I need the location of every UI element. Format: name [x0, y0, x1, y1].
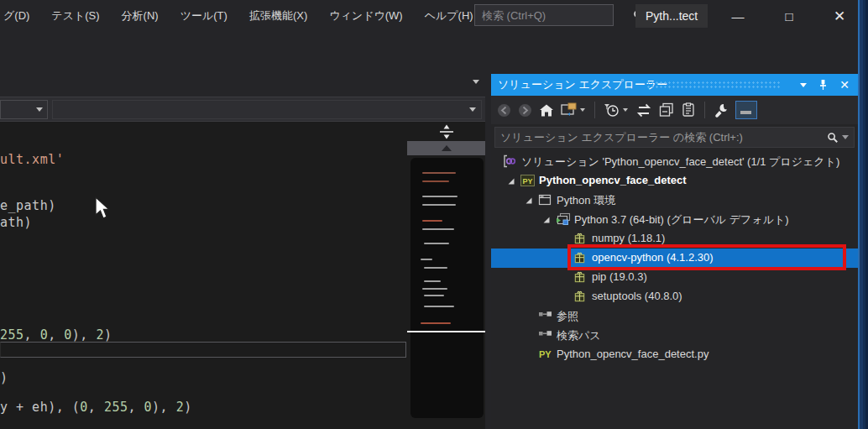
wrench-icon — [714, 102, 729, 118]
editor-navigation-bar — [0, 97, 485, 122]
scroll-position-indicator — [407, 331, 485, 332]
minimap-line — [422, 228, 454, 230]
minimap-line — [424, 267, 447, 269]
visual-studio-window: { "window": { "chip_title": "Pyth...tect… — [0, 0, 868, 429]
switch-views-icon — [561, 102, 586, 118]
back-button[interactable] — [496, 100, 512, 120]
py-env-icon — [556, 212, 569, 226]
switch-views-button[interactable] — [560, 100, 587, 120]
tree-item-label: 検索パス — [557, 328, 601, 343]
menu-bar: グ(D)テスト(S)分析(N)ツール(T)拡張機能(X)ウィンドウ(W)ヘルプ(… — [0, 0, 484, 32]
sync-active-document-button[interactable] — [635, 100, 653, 120]
back-icon — [497, 103, 511, 118]
menu-item-3[interactable]: ツール(T) — [170, 0, 238, 32]
menu-item-0[interactable]: グ(D) — [0, 0, 40, 32]
minimap[interactable] — [410, 158, 484, 418]
minimap-line — [422, 288, 447, 290]
reference-icon — [538, 309, 552, 322]
toolbar-separator — [594, 102, 595, 118]
tree-item-label: pip (19.0.3) — [592, 270, 647, 283]
expander-icon[interactable] — [507, 177, 515, 186]
tree-row-python-env[interactable]: Python 環境 — [491, 191, 858, 210]
search-icon — [827, 132, 839, 144]
package-icon — [573, 290, 587, 303]
standard-toolbar: 開始 Python 3.7 (64-bit) — [0, 32, 858, 67]
minimap-line — [424, 306, 454, 307]
window-position-dropdown-icon[interactable] — [800, 83, 807, 87]
solution-explorer-search-box[interactable] — [494, 127, 855, 148]
quick-search-input[interactable] — [475, 9, 633, 22]
tree-item-label: numpy (1.18.1) — [592, 232, 665, 244]
copy-path-button[interactable] — [680, 100, 697, 120]
document-tab-well — [0, 67, 485, 97]
package-icon — [573, 232, 587, 245]
expander-icon[interactable] — [542, 216, 551, 224]
minimap-line — [422, 204, 456, 206]
close-button[interactable]: ✕ — [815, 0, 864, 32]
filter-history-icon — [604, 102, 629, 118]
pin-icon[interactable] — [818, 79, 828, 91]
code-line: y + eh), (0, 255, 0), 2) — [0, 400, 192, 415]
code-line: ath) — [0, 215, 32, 230]
window-title[interactable]: Pyth...tect — [635, 4, 708, 28]
tree-row-setuptools[interactable]: setuptools (40.8.0) — [491, 287, 858, 306]
title-bar: グ(D)テスト(S)分析(N)ツール(T)拡張機能(X)ウィンドウ(W)ヘルプ(… — [0, 0, 858, 32]
scroll-up-button[interactable] — [407, 141, 485, 155]
minimap-line — [422, 180, 449, 182]
nav-project-dropdown[interactable] — [0, 100, 48, 119]
code-line: ) — [0, 370, 8, 385]
tree-row-python-37[interactable]: Python 3.7 (64-bit) (グローバル デフォルト) — [491, 210, 858, 229]
minimap-line — [422, 196, 458, 197]
tree-item-label: ソリューション 'Python_opencv_face_detect' (1/1… — [521, 154, 839, 170]
tree-item-label: Python_opencv_face_detect — [539, 174, 687, 186]
solution-explorer-search-input[interactable] — [495, 131, 827, 144]
home-icon — [539, 103, 554, 118]
tree-item-label: Python 環境 — [557, 193, 615, 208]
tree-row-py-file[interactable]: PYPython_opencv_face_detect.py — [491, 345, 858, 364]
tree-item-label: setuptools (40.8.0) — [592, 290, 682, 302]
minimize-button[interactable]: — — [714, 0, 762, 32]
panel-splitter[interactable] — [485, 134, 491, 429]
nav-member-dropdown[interactable] — [52, 100, 482, 119]
minimap-line — [424, 280, 441, 282]
tree-row-solution[interactable]: ソリューション 'Python_opencv_face_detect' (1/1… — [491, 152, 858, 171]
home-button[interactable] — [538, 100, 555, 120]
mouse-cursor — [94, 196, 112, 222]
menu-item-4[interactable]: 拡張機能(X) — [238, 0, 318, 32]
annotation-red-box — [567, 244, 846, 270]
code-line: 255, 0, 0), 2) — [0, 327, 112, 343]
maximize-button[interactable]: □ — [765, 0, 813, 32]
svg-text:PY: PY — [522, 177, 532, 186]
copy-path-icon — [681, 102, 696, 118]
solution-explorer-title: ソリューション エクスプローラー — [498, 77, 667, 92]
current-line-highlight — [0, 342, 406, 358]
tree-row-pip[interactable]: pip (19.0.3) — [491, 268, 858, 287]
preview-selected-items-icon — [739, 104, 754, 116]
tree-row-project[interactable]: PYPython_opencv_face_detect — [491, 171, 858, 191]
code-line: e_path) — [0, 198, 56, 213]
minimap-line — [424, 243, 449, 244]
menu-item-1[interactable]: テスト(S) — [40, 0, 110, 32]
filter-history-button[interactable] — [603, 100, 630, 120]
preview-selected-items-button[interactable] — [735, 101, 757, 119]
search-options-icon[interactable] — [842, 135, 849, 139]
tree-row-references[interactable]: 参照 — [491, 306, 858, 326]
document-overflow-icon[interactable] — [473, 80, 479, 84]
reference-icon — [538, 328, 552, 342]
close-icon[interactable]: ✕ — [839, 78, 850, 92]
menu-item-5[interactable]: ウィンドウ(W) — [318, 0, 413, 32]
quick-search-box[interactable] — [474, 4, 614, 26]
forward-button[interactable] — [517, 100, 533, 120]
menu-item-2[interactable]: 分析(N) — [111, 0, 170, 32]
collapse-all-button[interactable] — [658, 100, 675, 120]
tree-row-search-paths[interactable]: 検索パス — [491, 326, 858, 345]
editor-scrollbar[interactable] — [407, 122, 485, 429]
minimap-line — [422, 220, 442, 222]
solution-explorer-title-bar[interactable]: ソリューション エクスプローラー ✕ — [491, 74, 858, 96]
expander-icon[interactable] — [525, 196, 533, 205]
forward-icon — [518, 103, 532, 118]
wrench-button[interactable] — [713, 100, 730, 120]
solution-icon — [503, 154, 516, 168]
splitter-grip-icon[interactable] — [407, 122, 485, 141]
minimap-line — [422, 172, 456, 174]
